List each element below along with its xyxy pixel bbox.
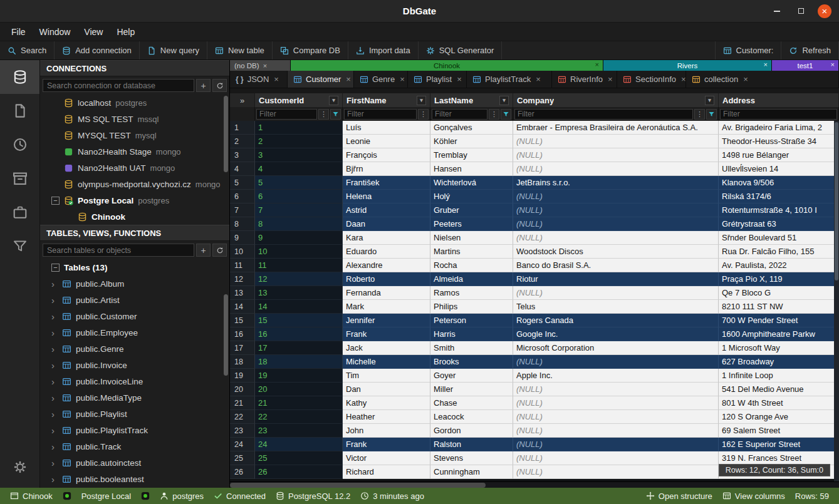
filter-menu-icon[interactable]: ⋮: [418, 109, 429, 120]
cell-address[interactable]: Sřnder Boulevard 51: [719, 231, 839, 245]
table-row[interactable]: 11LuísGonçalvesEmbraer - Empresa Brasile…: [230, 121, 839, 135]
rail-database-icon[interactable]: [0, 60, 39, 94]
cell-address[interactable]: 1 Infinite Loop: [719, 369, 839, 383]
chevron-right-icon[interactable]: ›: [51, 344, 58, 354]
maximize-icon[interactable]: [794, 4, 808, 18]
cell-address[interactable]: Qe 7 Bloco G: [719, 286, 839, 300]
connection-item-olympus-medportal-vychozi-cz[interactable]: olympus-medportal.vychozi.czmongo: [40, 176, 229, 192]
cell-firstname[interactable]: Jennifer: [343, 314, 430, 327]
table-row[interactable]: 2020DanMiller(NULL)541 Del Medio Avenue: [230, 383, 839, 396]
grid-corner-button[interactable]: »: [230, 93, 255, 107]
cell-address[interactable]: 69 Salem Street: [719, 424, 839, 438]
funnel-icon[interactable]: [706, 109, 717, 120]
cell-address[interactable]: Av. Paulista, 2022: [719, 259, 839, 272]
scrollbar-thumb[interactable]: [835, 122, 838, 280]
cell-company[interactable]: Google Inc.: [513, 327, 719, 341]
scrollbar-thumb[interactable]: [224, 96, 228, 172]
cell-company[interactable]: (NULL): [513, 355, 719, 369]
close-icon[interactable]: ×: [764, 61, 768, 68]
chevron-right-icon[interactable]: ›: [51, 311, 58, 322]
close-icon[interactable]: ×: [608, 75, 613, 84]
chevron-down-icon[interactable]: ▾: [329, 96, 338, 105]
cell-company[interactable]: (NULL): [513, 203, 719, 217]
cell-lastname[interactable]: Holý: [430, 190, 513, 203]
table-row[interactable]: 2424FrankRalston(NULL)162 E Superior Str…: [230, 438, 839, 451]
cell-address[interactable]: 700 W Pender Street: [719, 314, 839, 327]
cell-firstname[interactable]: Tim: [343, 369, 430, 383]
filter-input-firstname[interactable]: [344, 109, 417, 120]
cell-firstname[interactable]: Roberto: [343, 272, 430, 286]
cell-customerid[interactable]: 20: [255, 383, 343, 396]
grid-vertical-scrollbar[interactable]: [834, 121, 839, 481]
table-item-public-customer[interactable]: ›public.Customer: [40, 308, 229, 324]
cell-address[interactable]: 120 S Orange Ave: [719, 410, 839, 424]
column-header-company[interactable]: Company▾: [513, 93, 719, 107]
cell-company[interactable]: (NULL): [513, 396, 719, 410]
toolbar-button-search[interactable]: Search: [0, 41, 55, 59]
cell-address[interactable]: 8210 111 ST NW: [719, 300, 839, 314]
connections-search-input[interactable]: [43, 79, 194, 92]
cell-lastname[interactable]: Tremblay: [430, 148, 513, 162]
collapse-icon[interactable]: −: [51, 264, 60, 272]
cell-company[interactable]: Banco do Brasil S.A.: [513, 259, 719, 272]
cell-lastname[interactable]: Peeters: [430, 217, 513, 231]
connection-item-localhost[interactable]: localhostpostgres: [40, 95, 229, 111]
scrollbar-thumb[interactable]: [224, 294, 228, 376]
table-item-public-booleantest[interactable]: ›public.booleantest: [40, 471, 229, 487]
close-icon[interactable]: ×: [346, 75, 351, 84]
column-header-address[interactable]: Address: [719, 93, 839, 107]
table-row[interactable]: 1919TimGoyerApple Inc.1 Infinite Loop: [230, 369, 839, 383]
cell-customerid[interactable]: 14: [255, 300, 343, 314]
cell-firstname[interactable]: Michelle: [343, 355, 430, 369]
tab-playlist[interactable]: Playlist×: [408, 71, 467, 88]
close-icon[interactable]: ×: [263, 62, 267, 69]
cell-lastname[interactable]: Cunningham: [430, 465, 513, 479]
close-icon[interactable]: ×: [681, 75, 686, 84]
cell-lastname[interactable]: Gruber: [430, 203, 513, 217]
cell-customerid[interactable]: 22: [255, 410, 343, 424]
collapse-icon[interactable]: −: [51, 197, 60, 205]
cell-firstname[interactable]: Alexandre: [343, 259, 430, 272]
chevron-right-icon[interactable]: ›: [51, 409, 58, 419]
rail-history-icon[interactable]: [0, 128, 39, 162]
rail-gear-icon[interactable]: [0, 450, 39, 484]
cell-customerid[interactable]: 18: [255, 355, 343, 369]
column-header-customerid[interactable]: CustomerId▾: [255, 93, 343, 107]
cell-lastname[interactable]: Smith: [430, 341, 513, 355]
cell-customerid[interactable]: 15: [255, 314, 343, 327]
cell-lastname[interactable]: Gonçalves: [430, 121, 513, 135]
table-row[interactable]: 55FrantišekWichterlováJetBrains s.r.o.Kl…: [230, 176, 839, 190]
cell-address[interactable]: Rua Dr. Falcão Filho, 155: [719, 245, 839, 259]
cell-company[interactable]: Telus: [513, 300, 719, 314]
table-item-public-employee[interactable]: ›public.Employee: [40, 324, 229, 341]
table-item-public-playlisttrack[interactable]: ›public.PlaylistTrack: [40, 422, 229, 438]
statusbar-item-open-structure[interactable]: Open structure: [641, 491, 717, 501]
cell-firstname[interactable]: Bjřrn: [343, 162, 430, 176]
cell-firstname[interactable]: Dan: [343, 383, 430, 396]
table-item-public-invoice[interactable]: ›public.Invoice: [40, 357, 229, 373]
tab-genre[interactable]: Genre×: [354, 71, 408, 88]
scrollbar-thumb[interactable]: [230, 483, 486, 488]
connection-item-mysql-test[interactable]: MYSQL TESTmysql: [40, 127, 229, 143]
cell-customerid[interactable]: 21: [255, 396, 343, 410]
cell-lastname[interactable]: Chase: [430, 396, 513, 410]
connection-item-nano2health-uat[interactable]: Nano2Health UATmongo: [40, 160, 229, 176]
connections-refresh-button[interactable]: [212, 79, 227, 92]
statusbar-item-view-columns[interactable]: View columns: [717, 491, 790, 501]
table-row[interactable]: 2525VictorStevens(NULL)319 N. Frances St…: [230, 451, 839, 465]
chevron-right-icon[interactable]: ›: [51, 425, 58, 436]
cell-lastname[interactable]: Wichterlová: [430, 176, 513, 190]
cell-company[interactable]: (NULL): [513, 410, 719, 424]
filter-input-lastname[interactable]: [432, 109, 487, 120]
cell-lastname[interactable]: Harris: [430, 327, 513, 341]
table-item-public-artist[interactable]: ›public.Artist: [40, 292, 229, 308]
table-row[interactable]: 77AstridGruber(NULL)Rotenturmstraße 4, 1…: [230, 203, 839, 217]
cell-customerid[interactable]: 19: [255, 369, 343, 383]
toolbar-button-sql-generator[interactable]: SQL Generator: [419, 41, 503, 59]
rail-archive-icon[interactable]: [0, 162, 39, 195]
cell-customerid[interactable]: 2: [255, 135, 343, 148]
cell-firstname[interactable]: Kara: [343, 231, 430, 245]
rail-funnel-outline-icon[interactable]: [0, 229, 39, 263]
cell-company[interactable]: Woodstock Discos: [513, 245, 719, 259]
minimize-icon[interactable]: [770, 4, 784, 18]
